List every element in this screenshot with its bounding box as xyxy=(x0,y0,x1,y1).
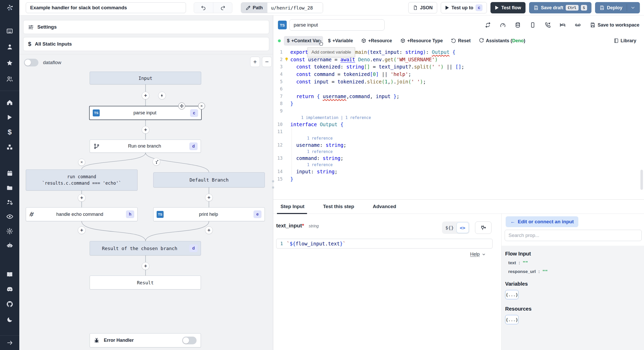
sidebar-item-folders[interactable] xyxy=(0,182,19,193)
resources-expand-button[interactable]: {...} xyxy=(505,315,519,324)
save-to-workspace-button[interactable]: Save to workspace xyxy=(590,22,639,28)
reset-button[interactable]: Reset xyxy=(448,36,474,46)
flow-node-branch-condition[interactable]: run command `results.c.command === 'echo… xyxy=(26,169,138,191)
flow-node-default-branch[interactable]: Default Branch xyxy=(153,172,265,187)
sidebar-expand-button[interactable] xyxy=(0,336,19,350)
add-step-button[interactable]: + xyxy=(142,92,149,99)
tab-test-this-step[interactable]: Test this step xyxy=(319,200,358,214)
json-button[interactable]: JSON xyxy=(408,2,437,13)
error-handler-node[interactable]: Error Handler xyxy=(90,333,201,347)
sidebar-item-settings[interactable] xyxy=(0,225,19,237)
test-up-to-button[interactable]: Test up to c xyxy=(441,2,487,13)
sidebar-item-workers[interactable] xyxy=(0,197,19,208)
add-variable-button[interactable]: $+Variable xyxy=(325,36,356,46)
add-step-button[interactable]: + xyxy=(142,126,149,134)
mock-button[interactable] xyxy=(574,22,581,28)
flow-node-input[interactable]: Input xyxy=(90,72,201,84)
add-resource-type-button[interactable]: +Resource Type xyxy=(397,36,446,46)
sleep-button[interactable] xyxy=(560,22,566,28)
chevron-down-icon[interactable] xyxy=(630,5,635,10)
add-branch-button[interactable] xyxy=(152,158,160,166)
test-flow-button[interactable]: Test flow xyxy=(490,2,526,13)
codelens-row[interactable]: 1 implementation | 1 reference xyxy=(273,115,644,121)
code-editor[interactable]: 1export async function main(text_input: … xyxy=(273,47,644,199)
sidebar-item-favorites[interactable] xyxy=(0,57,19,69)
sidebar-item-audit-logs[interactable] xyxy=(0,211,19,222)
path-input[interactable] xyxy=(267,3,323,13)
add-step-button[interactable]: + xyxy=(205,194,213,201)
flow-node-handle-echo-command[interactable]: # handle echo command h xyxy=(26,207,138,221)
sidebar-item-runs[interactable] xyxy=(0,112,19,123)
sidebar-item-variables[interactable]: $ xyxy=(0,126,19,138)
library-button[interactable]: Library xyxy=(611,36,639,46)
help-link[interactable]: Help xyxy=(470,252,486,257)
deploy-button[interactable]: Deploy xyxy=(595,2,640,13)
redo-button[interactable] xyxy=(213,3,232,13)
code-mode-button[interactable]: <> xyxy=(456,222,469,233)
sidebar-item-home[interactable] xyxy=(0,97,19,108)
sidebar-item-docs[interactable] xyxy=(0,269,19,280)
suspend-button[interactable] xyxy=(545,22,551,28)
code-row: 15} xyxy=(273,175,644,183)
tab-step-input[interactable]: Step Input xyxy=(277,200,308,214)
add-step-button[interactable]: + xyxy=(142,262,149,270)
sidebar-item-resources[interactable] xyxy=(0,141,19,153)
prop-row-response-url[interactable]: response_url : "" xyxy=(508,269,640,274)
variables-expand-button[interactable]: {...} xyxy=(505,290,519,299)
connect-input-button[interactable] xyxy=(475,221,492,234)
flow-node-run-one-branch[interactable]: Run one branch d xyxy=(90,140,201,153)
search-prop-input[interactable] xyxy=(505,230,642,241)
assistants-button[interactable]: Assistants (Deno) xyxy=(476,36,528,46)
prop-row-text[interactable]: text : "" xyxy=(508,260,640,266)
add-context-var-button[interactable]: $+Context Var xyxy=(284,36,323,46)
codelens-row[interactable]: 1 reference xyxy=(273,162,644,168)
repeat-button[interactable] xyxy=(485,22,491,28)
tab-advanced[interactable]: Advanced xyxy=(369,200,400,214)
path-button[interactable]: Path xyxy=(241,3,267,13)
step-name-input[interactable] xyxy=(289,19,385,31)
sidebar-item-schedules[interactable] xyxy=(0,168,19,179)
users-icon xyxy=(6,75,13,82)
deploy-label: Deploy xyxy=(607,5,622,11)
windmill-logo[interactable] xyxy=(0,0,19,15)
performance-button[interactable] xyxy=(500,22,506,28)
template-mode-button[interactable]: ${} xyxy=(443,222,456,233)
sidebar-item-worker-groups[interactable] xyxy=(0,240,19,251)
edit-or-connect-button[interactable]: ← Edit or connect an input xyxy=(506,216,578,227)
remove-branch-button[interactable]: × xyxy=(78,159,85,166)
chevron-down-icon xyxy=(482,252,486,257)
flow-node-parse-input[interactable]: TS parse input c xyxy=(89,106,202,120)
codelens-row[interactable]: 1 reference xyxy=(273,135,644,141)
sidebar-item-dark-mode[interactable] xyxy=(0,314,19,325)
flow-node-branch-result[interactable]: Result of the chosen branch d xyxy=(90,241,201,255)
sidebar-item-user[interactable] xyxy=(0,41,19,53)
error-handler-toggle[interactable] xyxy=(182,337,197,344)
sidebar-item-github[interactable] xyxy=(0,298,19,310)
add-step-button[interactable]: + xyxy=(78,194,86,202)
flow-title-input[interactable] xyxy=(26,2,186,13)
error-handler-label: Error Handler xyxy=(104,338,182,343)
bottom-panel: Step Input Test this step Advanced text_… xyxy=(273,199,644,350)
move-step-button[interactable] xyxy=(178,103,185,109)
add-resource-button[interactable]: +Resource xyxy=(358,36,395,46)
delete-step-button[interactable]: × xyxy=(198,103,205,109)
step-id-badge: c xyxy=(190,109,198,117)
flow-node-print-help[interactable]: TS print help e xyxy=(153,207,265,221)
mobile-view-button[interactable] xyxy=(530,22,536,28)
expression-editor[interactable]: 1 `${flow_input.text}` xyxy=(276,239,493,249)
discord-icon xyxy=(6,286,13,293)
sidebar-item-discord[interactable] xyxy=(0,284,19,295)
flow-node-result[interactable]: Result xyxy=(90,276,201,289)
sidebar-item-groups[interactable] xyxy=(0,73,19,84)
sidebar-item-apps[interactable] xyxy=(0,25,19,37)
undo-button[interactable] xyxy=(194,3,213,13)
trigger-button[interactable] xyxy=(158,92,166,99)
code-editor-panel: TS Save to workspace $+Context Var $+Var… xyxy=(273,15,644,199)
codelens-row[interactable]: 1 reference xyxy=(273,149,644,155)
add-step-button[interactable]: + xyxy=(78,226,86,234)
add-step-button[interactable]: + xyxy=(205,226,213,234)
save-draft-button[interactable]: Save draft Ctrl S xyxy=(529,2,591,13)
editor-scrollbar[interactable] xyxy=(640,170,643,190)
add-resource-type-label: +Resource Type xyxy=(407,38,443,44)
cache-button[interactable] xyxy=(515,22,521,28)
